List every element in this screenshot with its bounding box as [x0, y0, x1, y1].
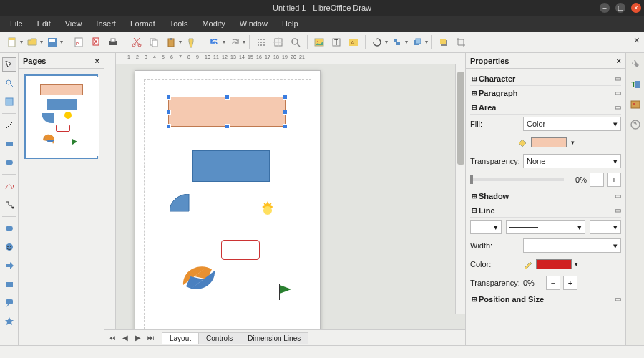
helplines-button[interactable] [270, 34, 286, 50]
section-paragraph[interactable]: ⊞Paragraph▭ [470, 86, 621, 100]
last-page-button[interactable]: ⏭ [146, 334, 156, 342]
text-tool[interactable] [2, 95, 16, 109]
shape-pie-blue[interactable] [170, 194, 208, 228]
curve-tool[interactable] [2, 179, 16, 193]
insert-textbox-button[interactable]: T [328, 34, 344, 50]
dropdown-icon[interactable]: ▾ [385, 39, 388, 45]
chevron-down-icon[interactable]: ▾ [575, 261, 578, 268]
transparency-slider[interactable] [470, 178, 564, 181]
scroll-thumb[interactable] [457, 72, 464, 165]
shape-flag[interactable] [277, 283, 294, 301]
tab-layout[interactable]: Layout [162, 332, 199, 344]
pages-panel-close-button[interactable]: × [95, 57, 99, 65]
connector-tool[interactable] [2, 198, 16, 212]
fontwork-button[interactable]: A [346, 34, 361, 50]
arrange-button[interactable] [409, 34, 425, 50]
line-tool[interactable] [2, 118, 16, 132]
menu-file[interactable]: File [3, 16, 30, 32]
fill-color-swatch[interactable] [531, 137, 567, 147]
vertical-scrollbar[interactable] [455, 64, 465, 314]
shape-rounded-rect[interactable] [221, 240, 260, 260]
section-character[interactable]: ⊞Character▭ [470, 72, 621, 86]
undo-button[interactable] [207, 34, 223, 50]
sidebar-tab-properties[interactable] [628, 57, 643, 72]
prev-page-button[interactable]: ◀ [120, 334, 130, 342]
new-doc-button[interactable] [4, 34, 20, 50]
rect-tool[interactable] [2, 137, 16, 151]
more-options-icon[interactable]: ▭ [615, 192, 621, 200]
section-shadow[interactable]: ⊞Shadow▭ [470, 189, 621, 203]
window-close-button[interactable]: × [631, 3, 641, 13]
menu-edit[interactable]: Edit [30, 16, 58, 32]
dropdown-icon[interactable]: ▾ [40, 39, 43, 45]
properties-panel-close-button[interactable]: × [617, 57, 621, 65]
next-page-button[interactable]: ▶ [133, 334, 143, 342]
menu-help[interactable]: Help [275, 16, 306, 32]
paste-button[interactable] [163, 34, 179, 50]
callout-tool[interactable] [2, 296, 16, 310]
clone-format-button[interactable] [183, 34, 199, 50]
more-options-icon[interactable]: ▭ [615, 74, 621, 82]
open-button[interactable] [24, 34, 40, 50]
flowchart-tool[interactable] [2, 277, 16, 291]
zoom-tool[interactable] [2, 76, 16, 90]
menu-insert[interactable]: Insert [89, 16, 123, 32]
window-maximize-button[interactable]: ▢ [615, 3, 625, 13]
menu-window[interactable]: Window [233, 16, 275, 32]
vertical-ruler[interactable] [104, 64, 116, 329]
crop-button[interactable] [453, 34, 469, 50]
dropdown-icon[interactable]: ▾ [223, 39, 225, 45]
window-minimize-button[interactable]: – [600, 3, 610, 13]
cut-button[interactable] [129, 34, 145, 50]
dropdown-icon[interactable]: ▾ [179, 39, 182, 45]
arrow-end-select[interactable]: —▾ [590, 220, 621, 234]
increment-button[interactable]: + [563, 276, 577, 290]
grid-button[interactable] [253, 34, 269, 50]
transparency-select[interactable]: None▾ [523, 154, 621, 168]
section-line[interactable]: ⊟Line▭ [470, 203, 621, 218]
dropdown-icon[interactable]: ▾ [405, 39, 408, 45]
star-tool[interactable] [2, 314, 16, 329]
more-options-icon[interactable]: ▭ [615, 89, 621, 97]
sidebar-tab-gallery[interactable] [628, 97, 643, 112]
decrement-button[interactable]: − [546, 276, 560, 290]
section-position-size[interactable]: ⊞Position and Size▭ [470, 292, 621, 306]
redo-button[interactable] [227, 34, 243, 50]
basic-shapes-tool[interactable] [2, 221, 16, 236]
shape-rectangle-blue[interactable] [192, 150, 270, 182]
horizontal-ruler[interactable]: 123456789101112131415161718192021 [104, 53, 465, 64]
chevron-down-icon[interactable]: ▾ [571, 139, 575, 146]
ellipse-tool[interactable] [2, 155, 16, 170]
menu-tools[interactable]: Tools [162, 16, 195, 32]
print-preview-button[interactable] [88, 34, 104, 50]
tab-controls[interactable]: Controls [198, 332, 240, 344]
select-tool[interactable] [2, 57, 16, 72]
more-options-icon[interactable]: ▭ [615, 206, 621, 214]
insert-image-button[interactable] [311, 34, 327, 50]
close-document-button[interactable]: × [634, 34, 640, 46]
first-page-button[interactable]: ⏮ [107, 334, 117, 342]
more-options-icon[interactable]: ▭ [615, 295, 621, 303]
shape-cycle-arrows[interactable] [172, 253, 225, 303]
increment-button[interactable]: + [607, 173, 621, 187]
menu-format[interactable]: Format [123, 16, 162, 32]
page-thumbnail[interactable]: 1 [24, 74, 98, 159]
shape-rectangle-selected[interactable] [168, 97, 286, 127]
align-button[interactable] [389, 34, 405, 50]
print-button[interactable] [105, 34, 121, 50]
block-arrows-tool[interactable] [2, 258, 16, 273]
dropdown-icon[interactable]: ▾ [60, 39, 63, 45]
shadow-button[interactable] [436, 34, 452, 50]
sidebar-tab-navigator[interactable] [628, 117, 643, 132]
line-width-select[interactable]: ▾ [523, 238, 621, 253]
rotate-button[interactable] [369, 34, 385, 50]
sidebar-tab-styles[interactable]: T [628, 77, 643, 92]
tab-dimension-lines[interactable]: Dimension Lines [240, 332, 308, 344]
symbol-shapes-tool[interactable] [2, 240, 16, 254]
export-pdf-button[interactable]: P [71, 34, 87, 50]
section-area[interactable]: ⊟Area▭ [470, 100, 621, 115]
line-color-swatch[interactable] [536, 259, 572, 269]
zoom-button[interactable] [288, 34, 303, 50]
canvas-viewport[interactable] [116, 64, 465, 329]
shape-lightbulb-icon[interactable] [255, 198, 280, 223]
